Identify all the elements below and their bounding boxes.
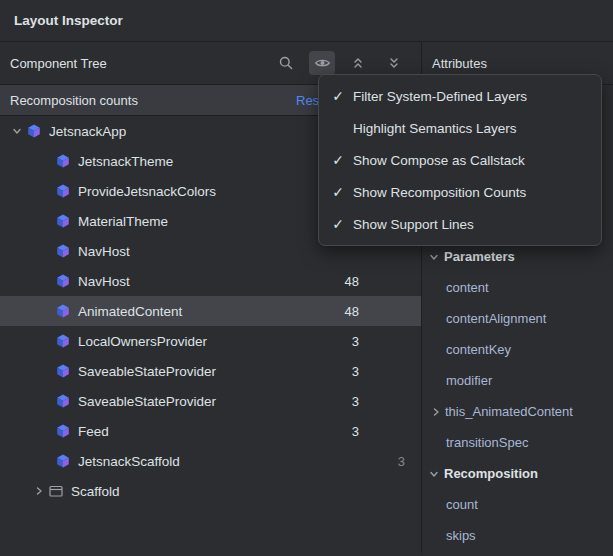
window-title: Layout Inspector	[0, 0, 613, 42]
chevron-right-icon[interactable]	[30, 485, 48, 497]
menu-item-label: Show Support Lines	[353, 217, 474, 232]
tree-node-label: AnimatedContent	[78, 304, 182, 319]
tree-node-feed[interactable]: Feed 3	[0, 416, 421, 446]
compose-node-icon	[55, 363, 71, 379]
compose-node-icon	[55, 153, 71, 169]
chevron-down-icon[interactable]	[428, 251, 440, 263]
attr-item-label: count	[446, 497, 478, 512]
recomposition-count: 3	[398, 454, 421, 469]
compose-node-icon	[55, 453, 71, 469]
menu-item-highlight-semantics-layers[interactable]: ✓ Highlight Semantics Layers	[319, 112, 601, 144]
search-button[interactable]	[273, 51, 299, 75]
expand-all-icon	[387, 56, 401, 70]
expand-all-button[interactable]	[381, 51, 407, 75]
checkmark-icon: ✓	[329, 216, 347, 232]
chevron-down-icon[interactable]	[428, 468, 440, 480]
menu-item-show-support-lines[interactable]: ✓ Show Support Lines	[319, 208, 601, 240]
attr-item-label: skips	[446, 528, 476, 543]
tree-node-label: Scaffold	[71, 484, 120, 499]
attr-section-title: Recomposition	[444, 466, 538, 481]
compose-node-icon	[55, 183, 71, 199]
tree-node-navhost-2[interactable]: NavHost 48	[0, 266, 421, 296]
tree-node-animatedcontent[interactable]: AnimatedContent 48	[0, 296, 421, 326]
compose-node-icon	[55, 333, 71, 349]
compose-node-icon	[55, 303, 71, 319]
chevron-down-icon[interactable]	[8, 125, 26, 137]
attr-item-count[interactable]: count	[422, 489, 613, 520]
compose-node-icon	[55, 213, 71, 229]
attr-item-contentkey[interactable]: contentKey	[422, 334, 613, 365]
compose-node-icon	[55, 393, 71, 409]
attr-item-transitionspec[interactable]: transitionSpec	[422, 427, 613, 458]
search-icon	[278, 55, 294, 71]
menu-item-label: Show Recomposition Counts	[353, 185, 526, 200]
tree-node-label: ProvideJetsnackColors	[78, 184, 216, 199]
attr-section-recomposition[interactable]: Recomposition	[422, 458, 613, 489]
tree-node-label: NavHost	[78, 274, 130, 289]
attr-section-title: Parameters	[444, 249, 515, 264]
tree-node-label: MaterialTheme	[78, 214, 168, 229]
collapse-all-button[interactable]	[345, 51, 371, 75]
tree-node-label: SaveableStateProvider	[78, 394, 216, 409]
view-options-button[interactable]	[309, 51, 335, 75]
menu-item-filter-system-defined-layers[interactable]: ✓ Filter System-Defined Layers	[319, 80, 601, 112]
recomposition-count: 48	[345, 304, 421, 319]
menu-item-show-recomposition-counts[interactable]: ✓ Show Recomposition Counts	[319, 176, 601, 208]
menu-item-label: Highlight Semantics Layers	[353, 121, 517, 136]
attr-item-label: contentKey	[446, 342, 511, 357]
compose-node-icon	[55, 423, 71, 439]
compose-node-icon	[26, 123, 42, 139]
component-tree-toolbar	[273, 51, 413, 75]
attr-item-label: content	[446, 280, 489, 295]
recomposition-count: 3	[352, 424, 421, 439]
tree-node-label: JetsnackScaffold	[78, 454, 180, 469]
tree-node-label: Feed	[78, 424, 109, 439]
recomposition-count: 48	[345, 274, 421, 289]
view-options-menu: ✓ Filter System-Defined Layers ✓ Highlig…	[318, 74, 602, 246]
attr-item-label: modifier	[446, 373, 492, 388]
tree-node-label: JetsnackApp	[49, 124, 126, 139]
attr-item-skips[interactable]: skips	[422, 520, 613, 551]
window-title-label: Layout Inspector	[14, 13, 123, 28]
checkmark-icon: ✓	[329, 152, 347, 168]
attr-item-label: transitionSpec	[446, 435, 528, 450]
collapse-all-icon	[351, 56, 365, 70]
menu-item-label: Filter System-Defined Layers	[353, 89, 527, 104]
tree-node-label: NavHost	[78, 244, 130, 259]
attr-item-label: contentAlignment	[446, 311, 546, 326]
checkmark-icon: ✓	[329, 88, 347, 104]
visibility-icon	[314, 55, 331, 71]
component-tree-title: Component Tree	[10, 56, 107, 71]
tree-node-localownersprovider[interactable]: LocalOwnersProvider 3	[0, 326, 421, 356]
recomposition-count: 3	[352, 394, 421, 409]
recomposition-counts-label: Recomposition counts	[10, 93, 138, 108]
tree-node-scaffold[interactable]: Scaffold	[0, 476, 421, 506]
menu-item-show-compose-as-callstack[interactable]: ✓ Show Compose as Callstack	[319, 144, 601, 176]
tree-node-label: SaveableStateProvider	[78, 364, 216, 379]
attr-item-contentalignment[interactable]: contentAlignment	[422, 303, 613, 334]
view-node-icon	[48, 483, 64, 499]
tree-node-label: JetsnackTheme	[78, 154, 173, 169]
attr-item-content[interactable]: content	[422, 272, 613, 303]
tree-node-saveablestateprovider-1[interactable]: SaveableStateProvider 3	[0, 356, 421, 386]
attr-item-label: this_AnimatedContent	[445, 404, 573, 419]
recomposition-count: 3	[352, 364, 421, 379]
compose-node-icon	[55, 273, 71, 289]
recomposition-count: 3	[352, 334, 421, 349]
tree-node-saveablestateprovider-2[interactable]: SaveableStateProvider 3	[0, 386, 421, 416]
attr-item-modifier[interactable]: modifier	[422, 365, 613, 396]
chevron-right-icon[interactable]	[430, 406, 442, 418]
compose-node-icon	[55, 243, 71, 259]
tree-node-label: LocalOwnersProvider	[78, 334, 207, 349]
attributes-title: Attributes	[432, 56, 487, 71]
tree-node-jetsnackscaffold[interactable]: JetsnackScaffold 3	[0, 446, 421, 476]
menu-item-label: Show Compose as Callstack	[353, 153, 525, 168]
checkmark-icon: ✓	[329, 184, 347, 200]
attr-item-this-animatedcontent[interactable]: this_AnimatedContent	[422, 396, 613, 427]
